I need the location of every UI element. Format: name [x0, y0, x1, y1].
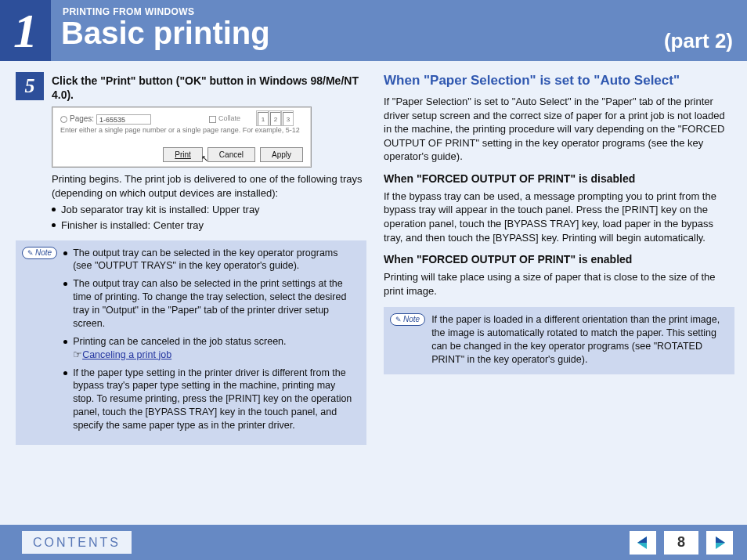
page-header: 1 PRINTING FROM WINDOWS Basic printing (… [0, 0, 747, 61]
page-footer: CONTENTS 8 [0, 525, 747, 560]
section-heading: When "Paper Selection" is set to "Auto S… [384, 72, 734, 89]
tray-bullet: Job separator tray kit is installed: Upp… [52, 203, 366, 217]
note-item: The output tray can be selected in the k… [63, 247, 359, 273]
step-title: Click the "Print" button ("OK" button in… [52, 72, 366, 102]
pages-radio-label: Pages: [70, 114, 94, 123]
note-text: If the paper is loaded in a different or… [431, 313, 727, 367]
collate-checkbox-label: Collate [218, 114, 240, 122]
print-dialog-screenshot: Pages: 1-65535 Enter either a single pag… [52, 107, 312, 168]
step-body-text: Printing begins. The print job is delive… [52, 172, 366, 200]
note-item: The output tray can also be selected in … [63, 277, 359, 331]
collate-icon: 1 2 3 [258, 112, 294, 126]
dialog-cancel-button: Cancel [208, 147, 255, 163]
note-item: Printing can be canceled in the job stat… [63, 335, 359, 362]
page-number: 8 [664, 531, 698, 555]
dialog-apply-button: Apply [260, 147, 303, 163]
cancel-job-link[interactable]: Canceling a print job [82, 349, 171, 360]
contents-button[interactable]: CONTENTS [22, 531, 132, 554]
step-number: 5 [16, 72, 44, 100]
note-icon: Note [22, 247, 57, 259]
pages-hint: Enter either a single page number or a s… [60, 127, 303, 135]
subsection-heading: When "FORCED OUTPUT OF PRINT" is disable… [384, 172, 734, 186]
dialog-print-button: Print ↖ [163, 147, 203, 163]
section-text: Printing will take place using a size of… [384, 270, 734, 298]
chapter-number: 1 [0, 0, 51, 61]
section-text: If the bypass tray can be used, a messag… [384, 190, 734, 244]
pages-range-field: 1-65535 [96, 114, 151, 125]
arrow-left-icon [635, 535, 651, 551]
prev-page-button[interactable] [630, 531, 656, 555]
arrow-right-icon [712, 535, 727, 551]
tray-bullet: Finisher is installed: Center tray [52, 219, 366, 233]
next-page-button[interactable] [706, 531, 733, 555]
xref-icon: ☞ [73, 349, 82, 360]
note-box: Note The output tray can be selected in … [16, 240, 366, 445]
note-icon: Note [390, 313, 425, 326]
section-text: If "Paper Selection" is set to "Auto Sel… [384, 95, 734, 164]
svg-marker-3 [716, 537, 725, 543]
subsection-heading: When "FORCED OUTPUT OF PRINT" is enabled [384, 252, 734, 267]
page-title: Basic printing [61, 16, 270, 51]
note-item: If the paper type setting in the printer… [63, 367, 359, 432]
svg-marker-1 [637, 537, 647, 543]
part-label: (part 2) [664, 29, 733, 53]
note-box: Note If the paper is loaded in a differe… [384, 307, 734, 374]
